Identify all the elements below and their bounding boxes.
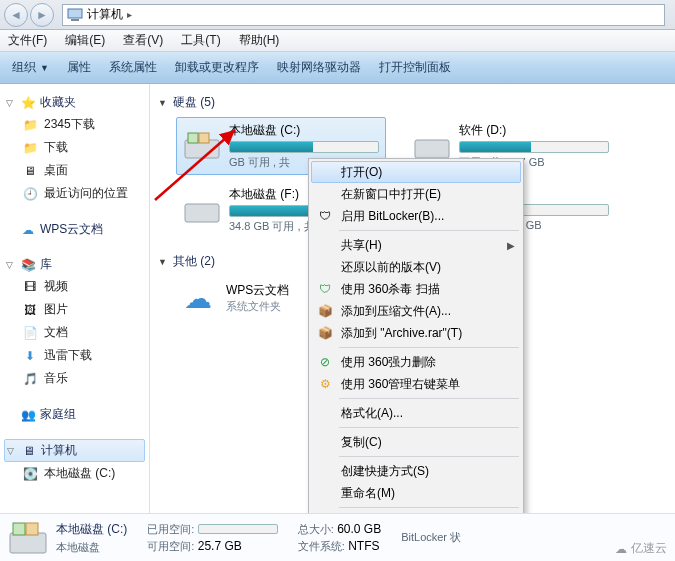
nav-forward-button[interactable]: ► — [30, 3, 54, 27]
cloud-icon: ☁ — [615, 542, 627, 556]
drive-name: 软件 (D:) — [459, 122, 609, 139]
settings-icon: ⚙ — [317, 376, 333, 392]
archive-icon: 📦 — [317, 303, 333, 319]
chevron-down-icon: ▼ — [40, 63, 49, 73]
menu-force-delete[interactable]: ⊘使用 360强力删除 — [311, 351, 521, 373]
menu-separator — [339, 398, 519, 399]
svg-rect-4 — [199, 133, 209, 143]
video-icon: 🎞 — [22, 279, 38, 295]
drive-icon — [183, 195, 221, 225]
menu-restore[interactable]: 还原以前的版本(V) — [311, 256, 521, 278]
context-menu: 打开(O) 在新窗口中打开(E) 🛡启用 BitLocker(B)... 共享(… — [308, 158, 524, 536]
drive-name: 本地磁盘 (C:) — [229, 122, 379, 139]
homegroup-icon: 👥 — [20, 407, 36, 423]
menu-bar: 文件(F) 编辑(E) 查看(V) 工具(T) 帮助(H) — [0, 30, 675, 52]
svg-rect-1 — [71, 19, 79, 21]
watermark: ☁亿速云 — [615, 540, 667, 557]
properties-button[interactable]: 属性 — [67, 59, 91, 76]
delete-icon: ⊘ — [317, 354, 333, 370]
menu-separator — [339, 230, 519, 231]
shield-icon: 🛡 — [317, 281, 333, 297]
menu-open[interactable]: 打开(O) — [311, 161, 521, 183]
chevron-right-icon[interactable]: ▸ — [127, 9, 132, 20]
svg-rect-0 — [68, 9, 82, 18]
sidebar: ▽⭐收藏夹 📁2345下载 📁下载 🖥桌面 🕘最近访问的位置 ☁WPS云文档 ▽… — [0, 84, 150, 513]
favorites-head[interactable]: ▽⭐收藏夹 — [4, 92, 145, 113]
collapse-icon: ▼ — [158, 98, 167, 108]
collapse-icon: ▽ — [7, 446, 17, 456]
download-icon: ⬇ — [22, 348, 38, 364]
menu-360context[interactable]: ⚙使用 360管理右键菜单 — [311, 373, 521, 395]
computer-icon: 🖥 — [21, 443, 37, 459]
usage-bar — [198, 524, 278, 534]
menu-file[interactable]: 文件(F) — [4, 30, 51, 51]
drive-icon — [8, 518, 48, 558]
organize-button[interactable]: 组织 ▼ — [12, 59, 49, 76]
menu-share[interactable]: 共享(H)▶ — [311, 234, 521, 256]
status-name: 本地磁盘 (C:) — [56, 521, 127, 538]
menu-rename[interactable]: 重命名(M) — [311, 482, 521, 504]
title-bar: ◄ ► 计算机 ▸ — [0, 0, 675, 30]
menu-copy[interactable]: 复制(C) — [311, 431, 521, 453]
status-bar: 本地磁盘 (C:) 本地磁盘 已用空间: 可用空间: 25.7 GB 总大小: … — [0, 513, 675, 561]
menu-new-window[interactable]: 在新窗口中打开(E) — [311, 183, 521, 205]
wps-name: WPS云文档 — [226, 282, 289, 299]
document-icon: 📄 — [22, 325, 38, 341]
uninstall-button[interactable]: 卸载或更改程序 — [175, 59, 259, 76]
desktop-icon: 🖥 — [22, 163, 38, 179]
menu-help[interactable]: 帮助(H) — [235, 30, 284, 51]
library-icon: 📚 — [20, 257, 36, 273]
wps-head[interactable]: ☁WPS云文档 — [4, 219, 145, 240]
menu-separator — [339, 347, 519, 348]
usage-bar — [229, 141, 379, 153]
sidebar-item-drive-c[interactable]: 💽本地磁盘 (C:) — [4, 462, 145, 485]
archive-icon: 📦 — [317, 325, 333, 341]
menu-shortcut[interactable]: 创建快捷方式(S) — [311, 460, 521, 482]
menu-add-rar[interactable]: 📦添加到 "Archive.rar"(T) — [311, 322, 521, 344]
svg-rect-3 — [188, 133, 198, 143]
drive-icon — [183, 131, 221, 161]
menu-360scan[interactable]: 🛡使用 360杀毒 扫描 — [311, 278, 521, 300]
sidebar-item-pictures[interactable]: 🖼图片 — [4, 298, 145, 321]
sidebar-item-documents[interactable]: 📄文档 — [4, 321, 145, 344]
sidebar-item-downloads[interactable]: 📁下载 — [4, 136, 145, 159]
menu-add-archive[interactable]: 📦添加到压缩文件(A)... — [311, 300, 521, 322]
shield-icon: 🛡 — [317, 208, 333, 224]
sidebar-item-videos[interactable]: 🎞视频 — [4, 275, 145, 298]
menu-edit[interactable]: 编辑(E) — [61, 30, 109, 51]
picture-icon: 🖼 — [22, 302, 38, 318]
menu-view[interactable]: 查看(V) — [119, 30, 167, 51]
recent-icon: 🕘 — [22, 186, 38, 202]
section-disks[interactable]: ▼硬盘 (5) — [158, 94, 667, 111]
system-properties-button[interactable]: 系统属性 — [109, 59, 157, 76]
sidebar-item-recent[interactable]: 🕘最近访问的位置 — [4, 182, 145, 205]
folder-icon: 📁 — [22, 140, 38, 156]
wps-sub: 系统文件夹 — [226, 299, 289, 314]
nav-back-button[interactable]: ◄ — [4, 3, 28, 27]
star-icon: ⭐ — [20, 95, 36, 111]
collapse-icon: ▽ — [6, 260, 16, 270]
collapse-icon: ▽ — [6, 98, 16, 108]
control-panel-button[interactable]: 打开控制面板 — [379, 59, 451, 76]
menu-tools[interactable]: 工具(T) — [177, 30, 224, 51]
submenu-arrow-icon: ▶ — [507, 240, 515, 251]
address-bar[interactable]: 计算机 ▸ — [62, 4, 665, 26]
menu-separator — [339, 456, 519, 457]
collapse-icon: ▼ — [158, 257, 167, 267]
homegroup-head[interactable]: 👥家庭组 — [4, 404, 145, 425]
menu-format[interactable]: 格式化(A)... — [311, 402, 521, 424]
map-drive-button[interactable]: 映射网络驱动器 — [277, 59, 361, 76]
sidebar-item-xunlei[interactable]: ⬇迅雷下载 — [4, 344, 145, 367]
computer-icon — [67, 7, 83, 23]
libraries-head[interactable]: ▽📚库 — [4, 254, 145, 275]
svg-rect-5 — [415, 140, 449, 158]
cloud-icon: ☁ — [180, 280, 216, 316]
folder-icon: 📁 — [22, 117, 38, 133]
breadcrumb-label[interactable]: 计算机 — [87, 6, 123, 23]
sidebar-item-desktop[interactable]: 🖥桌面 — [4, 159, 145, 182]
computer-head[interactable]: ▽🖥计算机 — [4, 439, 145, 462]
menu-bitlocker[interactable]: 🛡启用 BitLocker(B)... — [311, 205, 521, 227]
sidebar-item-music[interactable]: 🎵音乐 — [4, 367, 145, 390]
sidebar-item-2345[interactable]: 📁2345下载 — [4, 113, 145, 136]
drive-icon: 💽 — [22, 466, 38, 482]
